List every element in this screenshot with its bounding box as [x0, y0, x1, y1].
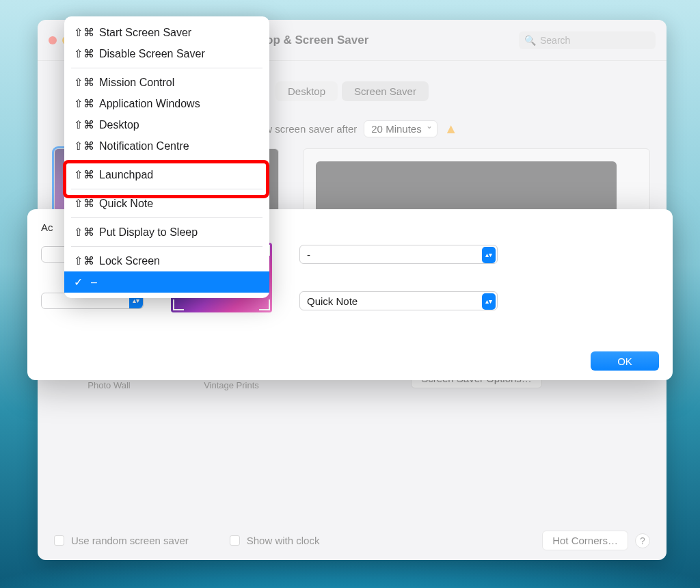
random-label: Use random screen saver	[71, 535, 189, 546]
menu-item-launchpad[interactable]: ⇧⌘Launchpad	[64, 164, 269, 185]
close-window-button[interactable]	[49, 36, 57, 44]
clock-checkbox[interactable]	[230, 535, 240, 546]
menu-separator	[71, 189, 262, 189]
menu-item-disable-screen-saver[interactable]: ⇧⌘Disable Screen Saver	[64, 43, 269, 64]
menu-item-mission-control[interactable]: ⇧⌘Mission Control	[64, 72, 269, 93]
search-field[interactable]: 🔍 Search	[519, 31, 656, 49]
warning-icon: ▲	[444, 121, 458, 137]
clock-label: Show with clock	[247, 535, 320, 546]
bottom-right-corner-select[interactable]: Quick Note ▴▾	[299, 291, 498, 310]
menu-item-none[interactable]: –	[64, 271, 269, 293]
menu-item-lock-screen[interactable]: ⇧⌘Lock Screen	[64, 250, 269, 271]
menu-separator	[71, 246, 262, 247]
search-placeholder: Search	[540, 35, 570, 46]
menu-separator	[71, 160, 262, 161]
stepper-icon: ▴▾	[482, 293, 496, 310]
menu-separator	[71, 68, 262, 68]
random-checkbox[interactable]	[54, 535, 64, 546]
menu-item-notification-centre[interactable]: ⇧⌘Notification Centre	[64, 135, 269, 157]
menu-item-application-windows[interactable]: ⇧⌘Application Windows	[64, 93, 269, 114]
bottom-options-row: Use random screen saver Show with clock …	[54, 531, 650, 550]
hot-corners-button[interactable]: Hot Corners…	[542, 531, 628, 550]
menu-item-quick-note[interactable]: ⇧⌘Quick Note	[64, 193, 269, 214]
tab-desktop[interactable]: Desktop	[275, 81, 338, 101]
ok-button[interactable]: OK	[591, 351, 659, 371]
stepper-icon: ▴▾	[482, 247, 496, 263]
menu-item-start-screen-saver[interactable]: ⇧⌘Start Screen Saver	[64, 22, 269, 43]
menu-item-desktop[interactable]: ⇧⌘Desktop	[64, 114, 269, 135]
menu-separator	[71, 217, 262, 218]
help-button[interactable]: ?	[635, 533, 650, 548]
search-icon: 🔍	[524, 35, 536, 46]
top-right-corner-select[interactable]: - ▴▾	[299, 245, 498, 264]
menu-item-put-display-to-sleep[interactable]: ⇧⌘Put Display to Sleep	[64, 222, 269, 243]
show-after-select[interactable]: 20 Minutes	[364, 120, 437, 137]
tab-screen-saver[interactable]: Screen Saver	[342, 81, 429, 101]
corner-action-menu: ⇧⌘Start Screen Saver ⇧⌘Disable Screen Sa…	[64, 16, 269, 298]
